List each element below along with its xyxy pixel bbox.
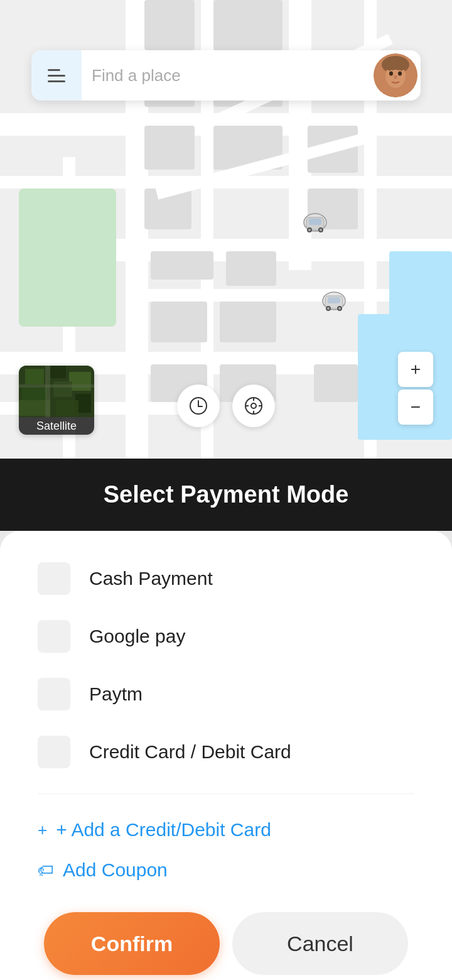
location-button[interactable] xyxy=(232,384,275,427)
map-block xyxy=(151,302,207,342)
google-pay-checkbox[interactable] xyxy=(38,620,70,653)
car-icon-2 xyxy=(319,286,349,316)
confirm-button[interactable]: Confirm xyxy=(44,912,220,975)
map-view: Find a place xyxy=(0,0,452,459)
menu-line-3 xyxy=(48,80,65,82)
zoom-in-button[interactable]: + xyxy=(398,352,433,387)
cash-payment-option[interactable]: Cash Payment xyxy=(38,562,414,595)
action-buttons: Confirm Cancel xyxy=(38,912,414,975)
svg-rect-9 xyxy=(328,297,340,303)
add-coupon-link[interactable]: 🏷 Add Coupon xyxy=(38,859,414,881)
card-payment-label: Credit Card / Debit Card xyxy=(89,741,291,763)
svg-rect-2 xyxy=(309,219,321,225)
menu-button[interactable] xyxy=(31,50,82,101)
svg-rect-29 xyxy=(69,372,91,391)
cancel-button[interactable]: Cancel xyxy=(232,912,408,975)
payment-sheet: Cash Payment Google pay Paytm Credit Car… xyxy=(0,531,452,980)
svg-point-12 xyxy=(327,307,330,310)
payment-header: Select Payment Mode xyxy=(0,459,452,531)
cancel-button-label: Cancel xyxy=(287,932,353,956)
avatar xyxy=(374,53,417,97)
google-pay-option[interactable]: Google pay xyxy=(38,620,414,653)
map-block xyxy=(144,0,195,50)
search-bar: Find a place xyxy=(31,50,421,101)
svg-rect-36 xyxy=(19,384,94,388)
payment-mode-title: Select Payment Mode xyxy=(25,481,427,508)
svg-point-6 xyxy=(320,229,322,231)
paytm-checkbox[interactable] xyxy=(38,678,70,710)
svg-rect-45 xyxy=(46,629,62,644)
map-block xyxy=(151,251,213,280)
satellite-label: Satellite xyxy=(19,417,94,435)
map-block xyxy=(226,251,276,286)
svg-rect-34 xyxy=(56,400,78,416)
svg-point-24 xyxy=(389,72,393,76)
plus-icon: + xyxy=(38,820,47,840)
map-action-buttons xyxy=(177,384,275,427)
time-button[interactable] xyxy=(177,384,220,427)
svg-rect-28 xyxy=(50,366,66,378)
menu-icon xyxy=(48,69,65,82)
search-input[interactable]: Find a place xyxy=(82,66,374,85)
map-block xyxy=(220,302,276,342)
add-coupon-label: Add Coupon xyxy=(63,859,168,881)
map-block xyxy=(314,364,358,402)
add-card-label: + Add a Credit/Debit Card xyxy=(56,819,271,841)
map-block xyxy=(144,126,195,170)
card-payment-option[interactable]: Credit Card / Debit Card xyxy=(38,736,414,768)
add-card-link[interactable]: + + Add a Credit/Debit Card xyxy=(38,819,414,841)
svg-rect-46 xyxy=(46,687,62,702)
car-icon-1 xyxy=(300,207,330,237)
zoom-out-button[interactable]: − xyxy=(398,389,433,425)
card-payment-checkbox[interactable] xyxy=(38,736,70,768)
svg-rect-27 xyxy=(25,369,44,384)
svg-point-5 xyxy=(308,229,311,231)
confirm-button-label: Confirm xyxy=(91,932,173,956)
map-zoom-controls: + − xyxy=(398,352,433,425)
google-pay-label: Google pay xyxy=(89,626,185,647)
menu-line-2 xyxy=(48,75,65,77)
svg-point-25 xyxy=(398,72,402,76)
svg-point-43 xyxy=(251,403,256,408)
svg-rect-30 xyxy=(22,388,47,400)
user-avatar xyxy=(374,53,417,97)
svg-rect-47 xyxy=(46,744,62,760)
svg-rect-44 xyxy=(46,571,62,586)
cash-payment-label: Cash Payment xyxy=(89,568,213,589)
paytm-option[interactable]: Paytm xyxy=(38,678,414,710)
tag-icon: 🏷 xyxy=(38,861,54,880)
paytm-label: Paytm xyxy=(89,683,143,705)
svg-rect-35 xyxy=(45,366,50,417)
map-park xyxy=(19,188,116,327)
divider xyxy=(38,793,414,794)
svg-point-13 xyxy=(338,307,341,310)
satellite-view-toggle[interactable]: Satellite xyxy=(19,366,94,435)
map-block xyxy=(213,0,282,50)
cash-payment-checkbox[interactable] xyxy=(38,562,70,595)
svg-rect-31 xyxy=(53,381,72,397)
menu-line-1 xyxy=(48,69,60,71)
satellite-image xyxy=(19,366,94,417)
